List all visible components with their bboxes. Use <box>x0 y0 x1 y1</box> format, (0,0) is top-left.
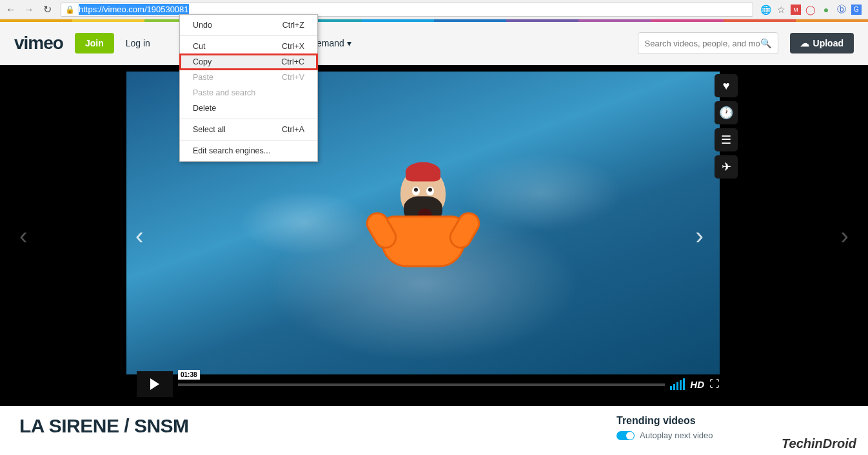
hd-toggle[interactable]: HD <box>690 379 704 390</box>
search-box[interactable]: 🔍 <box>638 32 778 54</box>
video-player-area: ♥ 🕐 ☰ ✈ ‹ › ‹ › 01:38 HD ⛶ <box>0 65 868 406</box>
time-badge: 01:38 <box>178 370 200 380</box>
below-video: LA SIRENE / SNSM Trending videos Autopla… <box>0 406 868 440</box>
context-menu: UndoCtrl+ZCutCtrl+XCopyCtrl+CPasteCtrl+V… <box>179 14 318 162</box>
next-video-outer[interactable]: › <box>840 222 849 249</box>
prev-video-inner[interactable]: ‹ <box>135 222 144 249</box>
address-bar[interactable]: 🔒 https://vimeo.com/190530081 <box>61 3 753 17</box>
browser-toolbar: ← → ↻ 🔒 https://vimeo.com/190530081 🌐 ☆ … <box>0 0 868 19</box>
video-title: LA SIRENE / SNSM <box>19 415 604 437</box>
autoplay-label: Autoplay next video <box>640 431 713 440</box>
back-button[interactable]: ← <box>4 3 18 17</box>
context-menu-separator <box>180 119 317 119</box>
progress-track[interactable] <box>178 383 665 386</box>
context-menu-copy[interactable]: CopyCtrl+C <box>180 54 317 70</box>
watch-later-button[interactable]: 🕐 <box>715 101 738 124</box>
play-button[interactable] <box>137 371 173 397</box>
menu-item-label: Paste and search <box>193 88 255 97</box>
timeline[interactable]: 01:38 <box>178 371 665 397</box>
join-button[interactable]: Join <box>75 33 114 53</box>
context-menu-delete[interactable]: Delete <box>180 101 317 116</box>
menu-item-shortcut: Ctrl+X <box>282 42 304 51</box>
site-header: vimeo Join Log in Demand ▾ 🔍 ☁ Upload <box>0 22 868 65</box>
video-side-actions: ♥ 🕐 ☰ ✈ <box>715 74 738 179</box>
ext-icon-4[interactable]: ⓑ <box>836 4 847 15</box>
watermark: TechinDroid <box>782 436 856 451</box>
chevron-down-icon: ▾ <box>347 38 351 48</box>
context-menu-separator <box>180 140 317 140</box>
paper-plane-icon: ✈ <box>722 160 731 174</box>
menu-item-label: Copy <box>193 57 212 66</box>
context-menu-separator <box>180 35 317 36</box>
menu-item-shortcut: Ctrl+Z <box>282 21 304 30</box>
bookmark-star-icon[interactable]: ☆ <box>775 4 787 15</box>
forward-button[interactable]: → <box>22 3 36 17</box>
login-link[interactable]: Log in <box>126 38 150 48</box>
video-thumbnail-character <box>381 167 465 267</box>
context-menu-paste-and-search: Paste and search <box>180 85 317 101</box>
like-button[interactable]: ♥ <box>715 74 738 97</box>
url-text: https://vimeo.com/190530081 <box>79 5 749 14</box>
next-video-inner[interactable]: › <box>695 222 704 249</box>
stack-icon: ☰ <box>721 133 731 147</box>
upload-button[interactable]: ☁ Upload <box>790 33 854 53</box>
search-input[interactable] <box>645 39 760 48</box>
context-menu-edit-search-engines-[interactable]: Edit search engines... <box>180 143 317 159</box>
heart-icon: ♥ <box>723 79 730 93</box>
menu-item-shortcut: Ctrl+V <box>282 73 304 82</box>
lock-icon: 🔒 <box>65 5 75 14</box>
menu-item-shortcut: Ctrl+C <box>281 57 304 66</box>
volume-control[interactable] <box>670 378 685 390</box>
cloud-upload-icon: ☁ <box>800 38 809 48</box>
clock-icon: 🕐 <box>719 106 733 120</box>
collections-button[interactable]: ☰ <box>715 128 738 151</box>
autoplay-toggle[interactable] <box>616 431 635 440</box>
menu-item-label: Paste <box>193 73 213 82</box>
translate-icon[interactable]: 🌐 <box>760 4 771 15</box>
menu-item-label: Delete <box>193 104 216 113</box>
prev-video-outer[interactable]: ‹ <box>19 222 28 249</box>
ext-icon-2[interactable]: ◯ <box>805 4 816 15</box>
menu-item-label: Select all <box>193 125 226 134</box>
context-menu-select-all[interactable]: Select allCtrl+A <box>180 122 317 137</box>
search-icon[interactable]: 🔍 <box>760 38 771 48</box>
trending-heading: Trending videos <box>616 415 849 427</box>
ext-icon-3[interactable]: ● <box>820 4 832 15</box>
ext-icon-1[interactable]: M <box>791 5 801 15</box>
menu-item-label: Edit search engines... <box>193 146 270 155</box>
context-menu-undo[interactable]: UndoCtrl+Z <box>180 17 317 33</box>
rainbow-strip <box>0 19 868 22</box>
ext-icon-5[interactable]: G <box>851 5 862 15</box>
fullscreen-button[interactable]: ⛶ <box>709 378 720 390</box>
share-button[interactable]: ✈ <box>715 155 738 179</box>
reload-button[interactable]: ↻ <box>40 3 54 17</box>
play-icon <box>150 378 159 390</box>
context-menu-cut[interactable]: CutCtrl+X <box>180 39 317 54</box>
extension-icons: 🌐 ☆ M ◯ ● ⓑ G <box>760 4 864 15</box>
player-controls: 01:38 HD ⛶ <box>137 371 720 397</box>
menu-item-label: Undo <box>193 21 212 30</box>
menu-item-label: Cut <box>193 42 205 51</box>
menu-item-shortcut: Ctrl+A <box>282 125 304 134</box>
context-menu-paste: PasteCtrl+V <box>180 70 317 85</box>
vimeo-logo[interactable]: vimeo <box>14 33 63 53</box>
